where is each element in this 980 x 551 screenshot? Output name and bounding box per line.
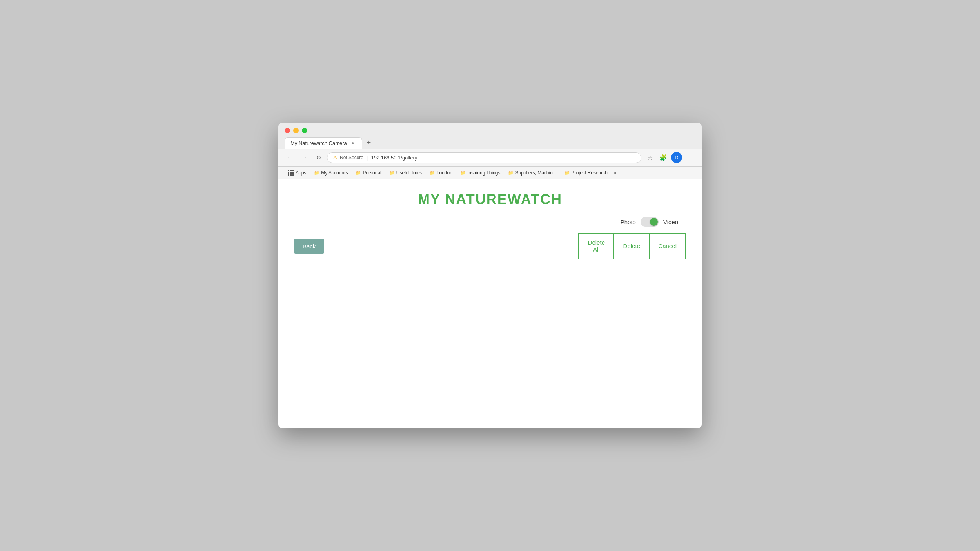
delete-button[interactable]: Delete (613, 233, 649, 259)
bookmark-project-research[interactable]: 📁 Project Research (561, 169, 611, 177)
url-separator: | (367, 155, 368, 161)
maximize-traffic-light[interactable] (302, 128, 307, 133)
tabs-row: My Naturewatch Camera × + (285, 137, 695, 149)
more-bookmarks-button[interactable]: » (614, 170, 617, 176)
bookmarks-bar: Apps 📁 My Accounts 📁 Personal 📁 Useful T… (278, 167, 702, 179)
browser-window: My Naturewatch Camera × + ← → ↻ ⚠ Not Se… (278, 123, 702, 428)
tab-close-button[interactable]: × (350, 140, 356, 146)
star-button[interactable]: ☆ (644, 152, 655, 163)
bookmark-inspiring-things[interactable]: 📁 Inspiring Things (457, 169, 504, 177)
extensions-button[interactable]: 🧩 (658, 152, 669, 163)
not-secure-label: Not Secure (340, 155, 363, 160)
apps-grid-icon (288, 170, 294, 176)
user-avatar[interactable]: D (671, 152, 682, 163)
bookmark-personal[interactable]: 📁 Personal (352, 169, 384, 177)
bookmark-my-accounts-label: My Accounts (321, 170, 348, 176)
photo-label: Photo (621, 219, 636, 225)
folder-icon: 📁 (460, 170, 466, 176)
folder-icon: 📁 (314, 170, 319, 176)
bookmark-apps[interactable]: Apps (285, 169, 309, 177)
delete-all-button[interactable]: Delete All (578, 233, 613, 259)
page-title: MY NATUREWATCH (294, 191, 686, 208)
video-label: Video (663, 219, 678, 225)
folder-icon: 📁 (356, 170, 361, 176)
traffic-lights (285, 128, 695, 133)
url-text: 192.168.50.1/gallery (371, 155, 417, 161)
back-button[interactable]: Back (294, 239, 324, 254)
minimize-traffic-light[interactable] (293, 128, 299, 133)
close-traffic-light[interactable] (285, 128, 290, 133)
active-tab[interactable]: My Naturewatch Camera × (285, 137, 362, 149)
bookmark-suppliers[interactable]: 📁 Suppliers, Machin... (505, 169, 559, 177)
url-bar[interactable]: ⚠ Not Secure | 192.168.50.1/gallery (327, 152, 641, 163)
bookmark-apps-label: Apps (296, 170, 306, 176)
gallery-area (294, 267, 686, 416)
bookmark-project-research-label: Project Research (572, 170, 608, 176)
action-buttons: Delete All Delete Cancel (578, 233, 686, 259)
title-bar: My Naturewatch Camera × + (278, 123, 702, 149)
reload-button[interactable]: ↻ (313, 152, 324, 163)
new-tab-button[interactable]: + (364, 137, 374, 149)
bookmark-useful-tools-label: Useful Tools (396, 170, 422, 176)
folder-icon: 📁 (564, 170, 570, 176)
security-warning-icon: ⚠ (333, 155, 338, 161)
bookmark-inspiring-things-label: Inspiring Things (467, 170, 501, 176)
folder-icon: 📁 (508, 170, 514, 176)
address-bar: ← → ↻ ⚠ Not Secure | 192.168.50.1/galler… (278, 149, 702, 167)
bookmark-my-accounts[interactable]: 📁 My Accounts (311, 169, 351, 177)
toggle-track (641, 217, 659, 227)
forward-button[interactable]: → (299, 152, 310, 163)
bookmark-personal-label: Personal (363, 170, 381, 176)
bookmark-london-label: London (437, 170, 452, 176)
back-button[interactable]: ← (285, 152, 296, 163)
toolbar-actions: ☆ 🧩 D ⋮ (644, 152, 695, 163)
bookmark-london[interactable]: 📁 London (426, 169, 456, 177)
toggle-thumb (650, 218, 658, 226)
bookmark-suppliers-label: Suppliers, Machin... (515, 170, 556, 176)
folder-icon: 📁 (389, 170, 395, 176)
cancel-button[interactable]: Cancel (649, 233, 686, 259)
controls-row: Back Delete All Delete Cancel (294, 233, 686, 259)
menu-button[interactable]: ⋮ (684, 152, 695, 163)
page-content: MY NATUREWATCH Photo Video Back Delete A… (278, 179, 702, 428)
folder-icon: 📁 (430, 170, 435, 176)
tab-title: My Naturewatch Camera (290, 140, 347, 146)
photo-video-toggle[interactable] (641, 217, 659, 227)
bookmark-useful-tools[interactable]: 📁 Useful Tools (386, 169, 425, 177)
